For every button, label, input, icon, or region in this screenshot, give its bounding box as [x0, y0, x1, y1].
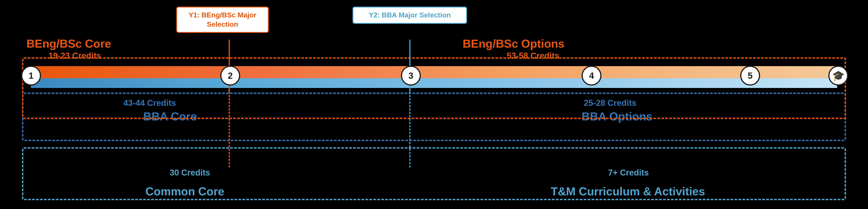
y2-callout: Y2: BBA Major Selection — [352, 7, 467, 24]
y2-callout-text: Y2: BBA Major Selection — [369, 11, 451, 19]
beng-core-title: BEng/BSc Core — [26, 37, 111, 50]
common-core-credits: 30 Credits — [169, 168, 210, 177]
y1-callout-text: Y1: BEng/BSc Major Selection — [189, 11, 256, 28]
node-5: 5 — [740, 66, 760, 86]
common-core-title: Common Core — [146, 185, 224, 198]
node-4: 4 — [582, 66, 601, 86]
y2-dashed-line — [409, 88, 410, 168]
diagram-container: Y1: BEng/BSc Major Selection Y2: BBA Maj… — [0, 0, 868, 209]
node-2: 2 — [220, 66, 240, 86]
beng-options-title: BEng/BSc Options — [463, 37, 564, 50]
tm-credits: 7+ Credits — [608, 168, 649, 177]
blue-bar — [31, 78, 837, 88]
node-grad: 🎓 — [828, 66, 848, 86]
y1-callout: Y1: BEng/BSc Major Selection — [176, 7, 269, 33]
y1-dashed-line — [229, 88, 230, 168]
tm-curriculum-title: T&M Curriculum & Activities — [551, 185, 705, 198]
node-3: 3 — [401, 66, 421, 86]
node-1: 1 — [21, 66, 41, 86]
